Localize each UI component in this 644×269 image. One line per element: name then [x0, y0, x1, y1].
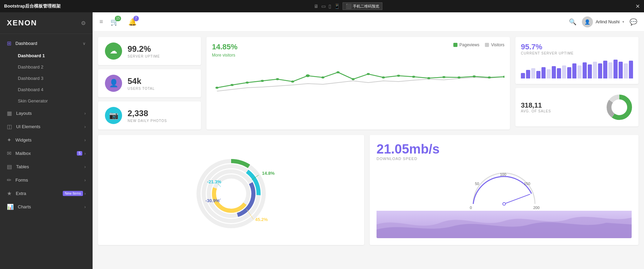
tables-icon: ▤ [7, 163, 12, 170]
download-speed-label: DOWNLOAD SPEED [377, 157, 632, 161]
pageviews-label: Pageviews [460, 42, 479, 47]
users-total-value: 54k [128, 76, 155, 86]
chevron-right-icon-7: › [84, 191, 86, 196]
svg-point-2 [246, 82, 249, 84]
gear-icon[interactable]: ⚙ [81, 20, 86, 26]
chevron-right-icon-6: › [84, 178, 86, 183]
svg-point-1 [230, 84, 234, 86]
wave-area [377, 211, 632, 238]
svg-point-10 [367, 73, 370, 75]
svg-point-18 [488, 76, 491, 78]
sidebar-item-dashboard3[interactable]: Dashboard 3 [0, 73, 93, 84]
svg-point-6 [306, 74, 310, 77]
download-speed-value: 21.05mb/s [377, 142, 632, 157]
tablet-icon[interactable]: ▯ [329, 3, 331, 9]
sidebar-item-layouts[interactable]: ▦ Layouts › [0, 107, 93, 120]
content-area: ≡ 🛒 15 🔔 7 🔍 👤 Arlind Nushi ▾ 💬 [93, 12, 644, 269]
visitors-percentage: 14.85% [212, 42, 238, 51]
pageviews-legend: Pageviews [453, 42, 479, 47]
header-left: ≡ 🛒 15 🔔 7 [99, 16, 139, 28]
svg-point-5 [291, 81, 294, 83]
sidebar-item-ui-elements[interactable]: ◫ UI Elements › [0, 120, 93, 133]
users-total-icon: 👤 [105, 75, 122, 92]
sidebar-item-dashboard4[interactable]: Dashboard 4 [0, 84, 93, 95]
header: ≡ 🛒 15 🔔 7 🔍 👤 Arlind Nushi ▾ 💬 [93, 12, 644, 32]
stats-column: ☁ 99.2% SERVER UPTIME 👤 54k USERS TOTAL [98, 37, 201, 130]
charts-icon: 📊 [7, 204, 14, 210]
sidebar-item-charts[interactable]: 📊 Charts › [0, 200, 93, 213]
hamburger-menu[interactable]: ≡ [99, 18, 103, 25]
layouts-icon: ▦ [7, 110, 12, 117]
chevron-right-icon-4: › [84, 151, 86, 156]
sidebar: XENON ⚙ ⊞ Dashboard ∨ Dashboard 1 Dashbo… [0, 12, 93, 269]
pageviews-dot [453, 43, 457, 47]
visitors-chart-card: 14.85% More visitors Pageviews Visitors [206, 37, 510, 130]
header-right: 🔍 👤 Arlind Nushi ▾ 💬 [569, 16, 637, 27]
sales-card: 318,11 AVG. OF SALES [515, 88, 639, 126]
daily-photos-info: 2,338 NEW DAILY PHOTOS [128, 109, 167, 123]
svg-text:0: 0 [470, 206, 472, 210]
sidebar-item-forms[interactable]: ✏ Forms › [0, 173, 93, 187]
mobile-icon[interactable]: 📱 [334, 3, 340, 9]
chart-legend: Pageviews Visitors [453, 42, 504, 47]
window-icon[interactable]: ▭ [321, 3, 326, 9]
sidebar-item-skin-generator[interactable]: Skin Generator [0, 95, 93, 107]
svg-point-7 [321, 76, 324, 78]
sidebar-item-extra[interactable]: ★ Extra New Items › [0, 187, 93, 200]
uptime-bar-card: 95.7% CURRENT SERVER UPTIME [515, 37, 639, 84]
chevron-right-icon-3: › [84, 138, 86, 143]
svg-text:150: 150 [524, 182, 530, 186]
logo: XENON [7, 19, 37, 27]
dashboard-sub-menu: Dashboard 1 Dashboard 2 Dashboard 3 Dash… [0, 50, 93, 107]
chevron-right-icon-2: › [84, 124, 86, 129]
alerts-button[interactable]: 🔔 7 [127, 16, 139, 28]
server-uptime-label: SERVER UPTIME [128, 54, 160, 58]
sales-value: 318,11 [521, 101, 600, 109]
server-uptime-info: 99.2% SERVER UPTIME [128, 44, 160, 58]
qr-label: 手机二维码预览 [353, 4, 379, 9]
gauge-chart: 0 50 100 150 200 [466, 166, 542, 211]
close-button[interactable]: ✕ [635, 3, 640, 10]
monitor-icon[interactable]: 🖥 [314, 3, 319, 9]
sidebar-item-mailbox[interactable]: ✉ Mailbox 5 › [0, 147, 93, 160]
user-info[interactable]: 👤 Arlind Nushi ▾ [582, 16, 624, 27]
main-layout: XENON ⚙ ⊞ Dashboard ∨ Dashboard 1 Dashbo… [0, 12, 644, 269]
radial-chart-svg: 14.8% -21.3% -30.9% 45.2% [180, 149, 283, 231]
sales-label: AVG. OF SALES [521, 109, 600, 113]
svg-text:14.8%: 14.8% [262, 171, 275, 176]
uptime-bar-chart [521, 58, 633, 78]
search-icon[interactable]: 🔍 [569, 18, 576, 26]
svg-point-4 [276, 78, 279, 80]
server-uptime-icon: ☁ [105, 42, 122, 60]
sidebar-item-tables[interactable]: ▤ Tables › [0, 160, 93, 173]
chevron-right-icon: › [84, 111, 86, 116]
users-total-card: 👤 54k USERS TOTAL [98, 69, 201, 97]
chat-icon[interactable]: 💬 [630, 18, 637, 26]
sales-info: 318,11 AVG. OF SALES [521, 101, 600, 113]
top-bar: Bootstrap后台模板管理框架 🖥 ▭ ▯ 📱 ⬛ 手机二维码预览 ✕ [0, 0, 644, 12]
daily-photos-value: 2,338 [128, 109, 167, 118]
notifications-button[interactable]: 🛒 15 [109, 16, 121, 28]
bottom-row: 14.8% -21.3% -30.9% 45.2% 21.05mb/s DOWN [98, 135, 639, 245]
svg-point-0 [215, 87, 218, 89]
sidebar-item-dashboard1[interactable]: Dashboard 1 [0, 50, 93, 61]
users-total-info: 54k USERS TOTAL [128, 76, 155, 90]
sidebar-item-dashboard[interactable]: ⊞ Dashboard ∨ [0, 37, 93, 50]
sidebar-item-widgets[interactable]: ✦ Widgets › [0, 133, 93, 147]
ui-icon: ◫ [7, 123, 12, 130]
sidebar-item-dashboard2[interactable]: Dashboard 2 [0, 61, 93, 73]
svg-text:50: 50 [475, 182, 479, 186]
users-total-label: USERS TOTAL [128, 87, 155, 90]
svg-point-16 [457, 76, 461, 78]
qr-button[interactable]: ⬛ 手机二维码预览 [343, 2, 382, 10]
daily-photos-card: 📷 2,338 NEW DAILY PHOTOS [98, 101, 201, 130]
visitors-line-chart [212, 60, 504, 101]
server-uptime-value: 99.2% [128, 44, 160, 54]
svg-point-17 [473, 75, 476, 77]
uptime-value: 95.7% [521, 42, 633, 51]
svg-point-8 [336, 71, 339, 73]
alerts-badge: 7 [133, 16, 139, 21]
svg-point-15 [442, 76, 445, 78]
dashboard-icon: ⊞ [7, 40, 11, 47]
svg-point-47 [503, 203, 505, 205]
